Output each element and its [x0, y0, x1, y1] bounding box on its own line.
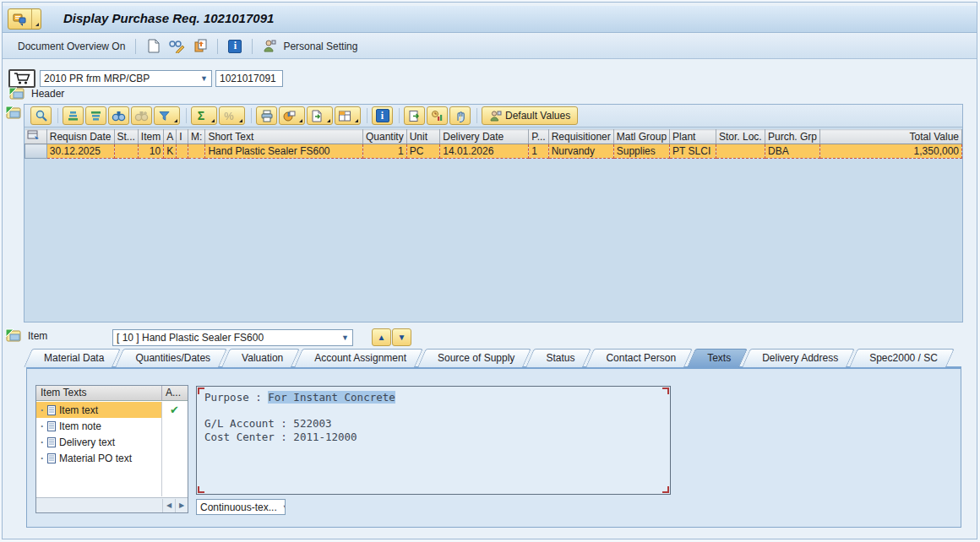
- cell-purch-grp[interactable]: DBA: [765, 144, 819, 159]
- cell-total-value[interactable]: 1,350,000: [820, 144, 962, 159]
- list-horizontal-scrollbar[interactable]: ◀ ▶: [36, 497, 188, 512]
- find-icon[interactable]: [108, 106, 129, 125]
- scroll-left-icon[interactable]: ◀: [162, 499, 175, 512]
- cell-delivery-date[interactable]: 14.01.2026: [440, 144, 529, 159]
- column-header[interactable]: Delivery Date: [440, 130, 529, 144]
- column-header[interactable]: I: [177, 130, 188, 144]
- cell-quantity[interactable]: 1: [363, 144, 407, 159]
- doc-number-field[interactable]: 1021017091: [215, 70, 283, 87]
- collapse-item-overview-icon[interactable]: [4, 106, 22, 120]
- copy-to-clipboard-icon[interactable]: [404, 106, 425, 125]
- cell-short-text[interactable]: Hand Plastic Sealer FS600: [205, 144, 363, 159]
- list-item-item-text[interactable]: · Item text ✔: [36, 402, 188, 418]
- column-header[interactable]: Total Value: [820, 130, 962, 144]
- display-change-icon[interactable]: [166, 37, 187, 56]
- cell-item[interactable]: 10: [138, 144, 163, 159]
- column-header[interactable]: Requisitioner: [548, 130, 613, 144]
- column-divider: [161, 402, 162, 496]
- editor-corner-mark: [198, 388, 204, 394]
- column-header[interactable]: M:: [188, 130, 205, 144]
- column-header[interactable]: Quantity: [363, 130, 407, 144]
- cell-stor-loc[interactable]: [716, 144, 765, 159]
- column-header[interactable]: A: [164, 130, 177, 144]
- select-all-icon[interactable]: [25, 130, 47, 144]
- cell-ma[interactable]: [188, 144, 205, 159]
- sort-ascending-icon[interactable]: [63, 106, 84, 125]
- find-next-icon[interactable]: [131, 106, 152, 125]
- list-item-material-po-text[interactable]: · Material PO text: [36, 450, 188, 466]
- tab-material-data[interactable]: Material Data: [28, 349, 117, 367]
- subtotal-icon[interactable]: %: [219, 106, 245, 125]
- personal-setting-label[interactable]: Personal Setting: [283, 41, 357, 52]
- text-type-dropdown[interactable]: Continuous-tex... ▼: [196, 499, 286, 515]
- copy-icon[interactable]: [190, 37, 210, 56]
- tab-account-assignment[interactable]: Account Assignment: [298, 349, 419, 367]
- gui-menu-button[interactable]: [8, 8, 41, 30]
- tab-texts[interactable]: Texts: [691, 349, 743, 367]
- sort-descending-icon[interactable]: [85, 106, 106, 125]
- list-item-item-note[interactable]: · Item note: [36, 418, 188, 434]
- tab-contact-person[interactable]: Contact Person: [590, 349, 689, 367]
- layout-icon[interactable]: [335, 106, 361, 125]
- cell-requisitioner[interactable]: Nurvandy: [548, 144, 613, 159]
- doc-type-dropdown[interactable]: 2010 PR frm MRP/CBP ▼: [40, 70, 212, 87]
- create-document-icon[interactable]: [143, 37, 163, 56]
- print-icon[interactable]: [256, 106, 277, 125]
- info-icon[interactable]: i: [225, 37, 245, 56]
- text-editor[interactable]: Purpose : For Instant Concrete G/L Accou…: [196, 386, 671, 495]
- tab-quantities-dates[interactable]: Quantities/Dates: [119, 349, 223, 367]
- cell-requisn-date[interactable]: 30.12.2025: [46, 144, 114, 159]
- header-section-label: Header: [31, 88, 64, 100]
- menu-dropdown-arrow[interactable]: [31, 9, 41, 29]
- default-values-button[interactable]: Default Values: [482, 106, 578, 125]
- table-row[interactable]: 30.12.2025 10 K Hand Plastic Sealer FS60…: [25, 144, 962, 159]
- collapse-item-detail-icon[interactable]: [4, 328, 22, 343]
- export-icon[interactable]: [307, 106, 333, 125]
- selected-text: For Instant Concrete: [268, 391, 395, 404]
- cell-a[interactable]: K: [164, 144, 177, 159]
- column-header[interactable]: Plant: [670, 130, 716, 144]
- item-overview-expand-row: [4, 106, 22, 120]
- cell-matl-group[interactable]: Supplies: [613, 144, 669, 159]
- views-icon[interactable]: [279, 106, 305, 125]
- details-icon[interactable]: [30, 106, 52, 125]
- column-header[interactable]: St...: [114, 130, 138, 144]
- tab-delivery-address[interactable]: Delivery Address: [746, 349, 851, 367]
- previous-item-button[interactable]: ▲: [372, 328, 391, 346]
- tab-source-of-supply[interactable]: Source of Supply: [422, 349, 527, 367]
- tab-status[interactable]: Status: [530, 349, 587, 367]
- tab-valuation[interactable]: Valuation: [226, 349, 296, 367]
- sum-icon[interactable]: Σ: [191, 106, 217, 125]
- row-select-button[interactable]: [25, 144, 47, 159]
- column-header[interactable]: Matl Group: [613, 130, 669, 144]
- editor-corner-mark: [662, 388, 669, 394]
- item-overview-table: Requisn Date St... Item A I M: Short Tex…: [24, 129, 962, 159]
- column-header[interactable]: P...: [529, 130, 548, 144]
- document-icon: [47, 453, 56, 463]
- shopping-cart-icon[interactable]: [8, 69, 35, 88]
- doc-number-value: 1021017091: [220, 73, 276, 84]
- hold-icon[interactable]: [449, 106, 471, 125]
- list-item-delivery-text[interactable]: · Delivery text: [36, 434, 188, 450]
- cell-unit[interactable]: PC: [406, 144, 440, 159]
- tab-spec2000-sc[interactable]: Spec2000 / SC: [853, 349, 950, 367]
- cell-p[interactable]: 1: [529, 144, 548, 159]
- filter-icon[interactable]: [154, 106, 180, 125]
- expand-header-icon[interactable]: [8, 86, 25, 100]
- cell-status[interactable]: [114, 144, 138, 159]
- column-header[interactable]: Purch. Grp: [765, 130, 819, 144]
- cell-plant[interactable]: PT SLCI: [670, 144, 716, 159]
- column-header[interactable]: Item: [138, 130, 163, 144]
- document-overview-button[interactable]: Document Overview On: [13, 39, 130, 54]
- column-header[interactable]: Stor. Loc.: [716, 130, 765, 144]
- personal-setting-icon[interactable]: [259, 37, 280, 56]
- graph-icon[interactable]: [427, 106, 448, 125]
- cell-i[interactable]: [177, 144, 188, 159]
- column-header[interactable]: Unit: [406, 130, 440, 144]
- column-header[interactable]: Short Text: [205, 130, 363, 144]
- scroll-right-icon[interactable]: ▶: [175, 499, 188, 512]
- next-item-button[interactable]: ▼: [392, 328, 411, 346]
- item-dropdown[interactable]: [ 10 ] Hand Plastic Sealer FS600 ▼: [112, 329, 353, 346]
- info-icon[interactable]: i: [372, 106, 393, 125]
- column-header[interactable]: Requisn Date: [46, 130, 114, 144]
